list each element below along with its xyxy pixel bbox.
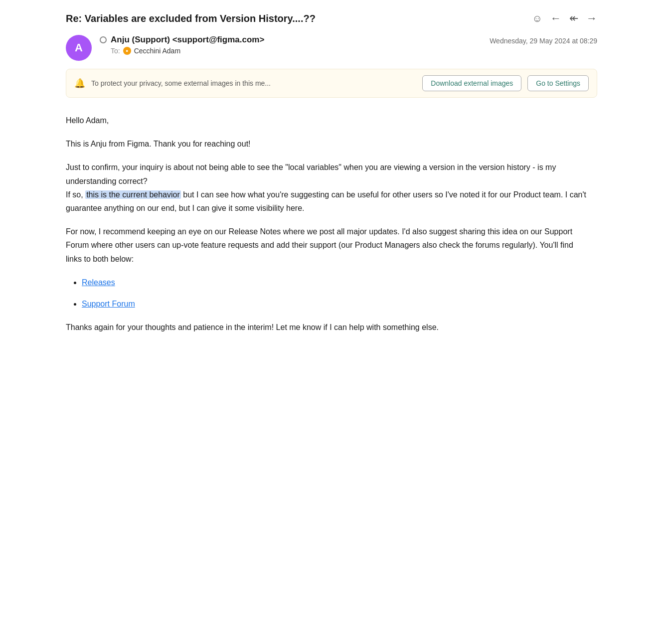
- emoji-icon[interactable]: ☺: [532, 13, 542, 24]
- highlighted-text: this is the current behavior: [85, 190, 181, 199]
- email-body: Hello Adam, This is Anju from Figma. Tha…: [66, 110, 597, 348]
- email-subject: Re: Variables are excluded from Version …: [66, 13, 316, 24]
- sender-status-circle: [100, 36, 107, 43]
- email-meta: A Anju (Support) <support@figma.com> To:…: [66, 35, 597, 61]
- para2-if-text: If so,: [66, 190, 83, 199]
- support-forum-link[interactable]: Support Forum: [82, 300, 135, 308]
- email-header-top: Re: Variables are excluded from Version …: [66, 12, 597, 25]
- closing-text: Thanks again for your thoughts and patie…: [66, 323, 439, 331]
- para2-before-text: Just to confirm, your inquiry is about n…: [66, 163, 556, 185]
- email-para1: This is Anju from Figma. Thank you for r…: [66, 137, 589, 151]
- go-to-settings-button[interactable]: Go to Settings: [527, 75, 589, 91]
- forward-icon[interactable]: →: [586, 12, 597, 25]
- email-closing: Thanks again for your thoughts and patie…: [66, 321, 589, 334]
- email-para2: Just to confirm, your inquiry is about n…: [66, 161, 589, 215]
- reply-icon[interactable]: ←: [550, 12, 561, 25]
- para1-text: This is Anju from Figma. Thank you for r…: [66, 140, 251, 148]
- email-container: Re: Variables are excluded from Version …: [50, 0, 613, 360]
- privacy-text: To protect your privacy, some external i…: [91, 79, 416, 87]
- email-greeting: Hello Adam,: [66, 114, 589, 127]
- email-para3: For now, I recommend keeping an eye on o…: [66, 225, 589, 266]
- avatar: A: [66, 35, 92, 61]
- email-date: Wednesday, 29 May 2024 at 08:29: [490, 37, 597, 45]
- releases-link[interactable]: Releases: [82, 278, 115, 287]
- to-label: To:: [111, 47, 120, 55]
- privacy-banner: 🔔 To protect your privacy, some external…: [66, 69, 597, 98]
- sender-name: Anju (Support) <support@figma.com>: [111, 35, 264, 45]
- reply-all-icon[interactable]: ↞: [569, 12, 578, 25]
- download-external-images-button[interactable]: Download external images: [422, 75, 521, 91]
- privacy-icon: 🔔: [74, 78, 85, 89]
- sender-info: Anju (Support) <support@figma.com> To: ●…: [100, 35, 482, 55]
- recipient-name: Cecchini Adam: [134, 47, 180, 55]
- para3-text: For now, I recommend keeping an eye on o…: [66, 227, 573, 263]
- links-list: Releases Support Forum: [82, 276, 589, 311]
- sender-row: Anju (Support) <support@figma.com>: [100, 35, 482, 45]
- email-actions: ☺ ← ↞ →: [532, 12, 597, 25]
- recipient-status-icon: ●: [123, 47, 131, 55]
- to-row: To: ● Cecchini Adam: [111, 47, 482, 55]
- list-item-support-forum: Support Forum: [82, 297, 589, 311]
- list-item-releases: Releases: [82, 276, 589, 289]
- greeting-text: Hello Adam,: [66, 116, 109, 125]
